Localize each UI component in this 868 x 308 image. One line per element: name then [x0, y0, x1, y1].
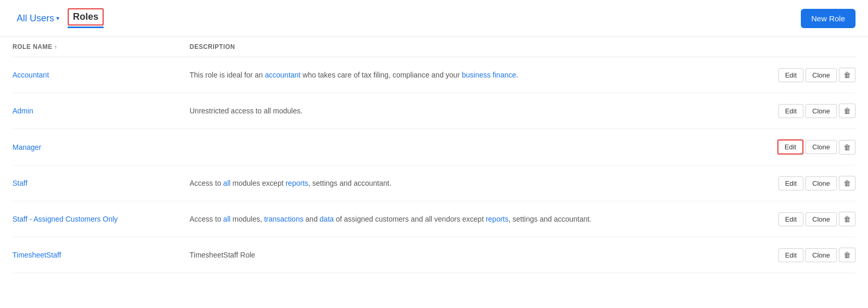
roles-tab-container: Roles — [68, 8, 104, 28]
table-row: Manager Edit Clone 🗑 — [12, 129, 856, 165]
chevron-down-icon: ▾ — [56, 15, 59, 22]
edit-button[interactable]: Edit — [778, 68, 803, 82]
edit-button[interactable]: Edit — [778, 248, 803, 262]
table-row: Staff Access to all modules except repor… — [12, 165, 856, 201]
table-row: Accountant This role is ideal for an acc… — [12, 57, 856, 93]
role-description-cell: Access to all modules, transactions and … — [190, 214, 741, 225]
role-name-link[interactable]: Staff - Assigned Customers Only — [12, 215, 118, 223]
role-name-link[interactable]: TimesheetStaff — [12, 251, 61, 259]
page-header: All Users ▾ Roles New Role — [0, 0, 868, 37]
role-description-cell: Access to all modules except reports, se… — [190, 178, 741, 189]
new-role-button[interactable]: New Role — [801, 9, 856, 28]
delete-button[interactable]: 🗑 — [839, 140, 856, 155]
role-name-link[interactable]: Accountant — [12, 71, 49, 79]
action-buttons: Edit Clone 🗑 — [741, 139, 856, 155]
roles-tab[interactable]: Roles — [68, 8, 104, 25]
all-users-label: All Users — [17, 13, 54, 24]
highlight-text: accountant — [265, 71, 301, 79]
highlight-text: business finance — [462, 71, 516, 79]
highlight-text: reports — [285, 179, 308, 187]
actions-column-header — [741, 43, 856, 50]
edit-button[interactable]: Edit — [777, 139, 803, 155]
action-buttons: Edit Clone 🗑 — [741, 248, 856, 262]
highlight-text: transactions — [264, 215, 303, 223]
role-name-cell: TimesheetStaff — [12, 251, 190, 259]
delete-button[interactable]: 🗑 — [839, 104, 856, 118]
sort-arrow-icon: ↑ — [55, 44, 58, 50]
role-description-cell: TimesheetStaff Role — [190, 250, 741, 261]
roles-table: ROLE NAME ↑ DESCRIPTION Accountant This … — [0, 37, 868, 273]
all-users-button[interactable]: All Users ▾ — [12, 11, 64, 26]
edit-button[interactable]: Edit — [778, 212, 803, 226]
role-name-link[interactable]: Staff — [12, 179, 28, 187]
role-name-cell: Manager — [12, 143, 190, 151]
table-row: TimesheetStaff TimesheetStaff Role Edit … — [12, 237, 856, 273]
action-buttons: Edit Clone 🗑 — [741, 176, 856, 190]
clone-button[interactable]: Clone — [806, 176, 837, 190]
role-name-column-header: ROLE NAME ↑ — [12, 43, 190, 50]
delete-button[interactable]: 🗑 — [839, 176, 856, 190]
role-description-cell: Unrestricted access to all modules. — [190, 106, 741, 117]
delete-button[interactable]: 🗑 — [839, 68, 856, 82]
highlight-text: data — [320, 215, 334, 223]
clone-button[interactable]: Clone — [806, 140, 837, 154]
description-column-header: DESCRIPTION — [190, 43, 741, 50]
highlight-text: reports — [486, 215, 509, 223]
role-name-link[interactable]: Manager — [12, 143, 41, 151]
table-header: ROLE NAME ↑ DESCRIPTION — [12, 37, 856, 57]
edit-button[interactable]: Edit — [778, 176, 803, 190]
roles-tab-underline — [68, 27, 104, 28]
role-description-cell: This role is ideal for an accountant who… — [190, 70, 741, 81]
table-row: Staff - Assigned Customers Only Access t… — [12, 201, 856, 237]
clone-button[interactable]: Clone — [806, 212, 837, 226]
role-name-cell: Accountant — [12, 71, 190, 79]
role-name-cell: Admin — [12, 107, 190, 115]
role-name-cell: Staff — [12, 179, 190, 187]
edit-button[interactable]: Edit — [778, 104, 803, 118]
clone-button[interactable]: Clone — [806, 68, 837, 82]
table-row: Admin Unrestricted access to all modules… — [12, 93, 856, 129]
delete-button[interactable]: 🗑 — [839, 212, 856, 226]
highlight-text: all — [223, 215, 231, 223]
role-name-link[interactable]: Admin — [12, 107, 33, 115]
action-buttons: Edit Clone 🗑 — [741, 212, 856, 226]
action-buttons: Edit Clone 🗑 — [741, 68, 856, 82]
action-buttons: Edit Clone 🗑 — [741, 104, 856, 118]
clone-button[interactable]: Clone — [806, 104, 837, 118]
highlight-text: all — [223, 179, 231, 187]
clone-button[interactable]: Clone — [806, 248, 837, 262]
header-left: All Users ▾ Roles — [12, 8, 104, 28]
role-name-cell: Staff - Assigned Customers Only — [12, 215, 190, 223]
delete-button[interactable]: 🗑 — [839, 248, 856, 262]
